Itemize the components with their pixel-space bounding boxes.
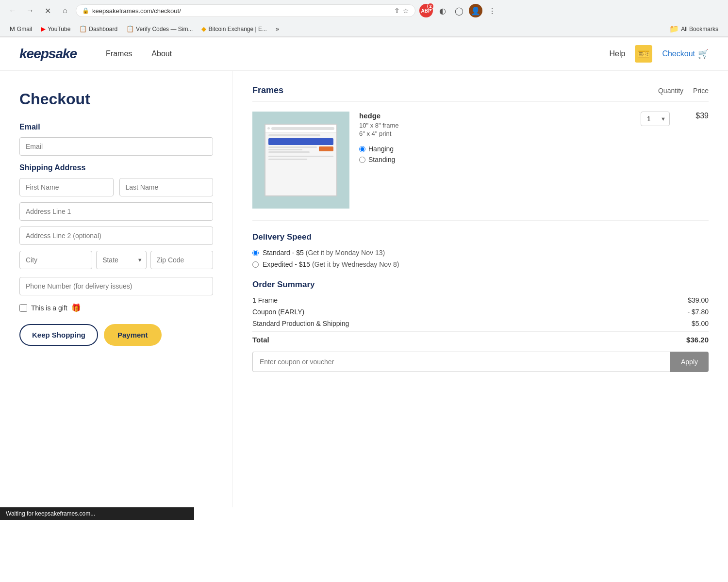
- hanging-radio[interactable]: [359, 146, 365, 152]
- coupon-input[interactable]: [252, 352, 670, 372]
- checkout-title: Checkout: [19, 90, 213, 108]
- price-heading: Price: [693, 87, 709, 95]
- coupon-row: Apply: [252, 352, 709, 372]
- url-input[interactable]: [92, 7, 391, 15]
- summary-row-total: Total $36.20: [252, 331, 709, 344]
- nav-checkout[interactable]: Checkout 🛒: [662, 48, 709, 59]
- delivery-standard[interactable]: Standard - $5 (Get it by Monday Nov 13): [252, 249, 709, 257]
- bookmark-verify-label: Verify Codes — Sim...: [136, 26, 193, 32]
- quantity-select[interactable]: 1 2 3: [641, 112, 670, 126]
- gift-row: This is a gift 🎁: [19, 303, 213, 312]
- bookmarks-folder-icon: 📁: [669, 24, 679, 33]
- frame-price: $39: [684, 112, 709, 120]
- standing-radio[interactable]: [359, 157, 365, 163]
- summary-title: Order Summary: [252, 280, 709, 290]
- first-name-input[interactable]: [19, 178, 114, 196]
- summary-shipping-value: $5.00: [692, 320, 709, 327]
- status-text: Waiting for keepsakeframes.com...: [6, 510, 95, 517]
- site-logo: keepsake: [19, 46, 77, 62]
- payment-button[interactable]: Payment: [104, 324, 162, 346]
- order-summary-section: Order Summary 1 Frame $39.00 Coupon (EAR…: [252, 280, 709, 372]
- header-right: Help 🎫 Checkout 🛒: [610, 45, 709, 63]
- menu-button[interactable]: ⋮: [485, 4, 499, 17]
- delivery-expedited[interactable]: Expedited - $15 (Get it by Wednesday Nov…: [252, 260, 709, 268]
- frame-size-print: 6" x 4" print: [359, 130, 631, 137]
- extensions-button[interactable]: ◐: [436, 4, 449, 17]
- summary-shipping-label: Standard Production & Shipping: [252, 320, 349, 327]
- more-bookmarks-button[interactable]: »: [272, 24, 283, 33]
- state-select[interactable]: State ALAKAZCA COFLGAIL NYTX: [96, 251, 146, 269]
- frame-image: [252, 112, 349, 209]
- summary-coupon-value: - $7.80: [687, 308, 709, 316]
- site-nav: Frames About: [106, 49, 590, 58]
- forward-button[interactable]: →: [23, 4, 37, 17]
- expedited-radio[interactable]: [252, 261, 259, 268]
- reload-button[interactable]: ✕: [41, 4, 54, 17]
- summary-row-shipping: Standard Production & Shipping $5.00: [252, 320, 709, 327]
- zip-input[interactable]: [150, 251, 213, 269]
- checkout-label: Checkout: [662, 49, 695, 58]
- email-input[interactable]: [19, 137, 213, 156]
- frame-inner-image: [265, 124, 337, 196]
- phone-input[interactable]: [19, 277, 213, 295]
- dashboard-icon: 📋: [79, 25, 87, 32]
- bookmark-dashboard[interactable]: 📋 Dashboard: [75, 24, 121, 33]
- frame-item: hedge 10" x 8" frame 6" x 4" print Hangi…: [252, 112, 709, 221]
- order-panel: Frames Quantity Price: [233, 71, 728, 507]
- frame-screenshot: [265, 125, 336, 195]
- site-header: keepsake Frames About Help 🎫 Checkout 🛒: [0, 37, 728, 71]
- gift-icon: 🎁: [71, 303, 81, 312]
- frame-name: hedge: [359, 112, 631, 120]
- summary-frames-value: $39.00: [688, 296, 709, 304]
- nav-help[interactable]: Help: [610, 49, 626, 58]
- standard-radio[interactable]: [252, 250, 259, 256]
- youtube-icon: ▶: [41, 25, 46, 32]
- nav-frames[interactable]: Frames: [106, 49, 132, 58]
- browser-actions: ABP 2 ◐ ◯ 👤 ⋮: [419, 4, 499, 17]
- page-wrapper: keepsake Frames About Help 🎫 Checkout 🛒 …: [0, 37, 728, 520]
- summary-total-label: Total: [252, 336, 269, 344]
- window-button[interactable]: ◯: [452, 4, 466, 17]
- all-bookmarks[interactable]: 📁 All Bookmarks: [665, 23, 722, 34]
- summary-row-coupon: Coupon (EARLY) - $7.80: [252, 308, 709, 316]
- abp-badge: ABP 2: [419, 4, 433, 17]
- bookmark-verify-codes[interactable]: 📋 Verify Codes — Sim...: [122, 24, 197, 33]
- main-content: Checkout Email Shipping Address: [0, 71, 728, 507]
- all-bookmarks-label: All Bookmarks: [681, 26, 718, 32]
- frame-details: hedge 10" x 8" frame 6" x 4" print Hangi…: [359, 112, 631, 166]
- keep-shopping-button[interactable]: Keep Shopping: [19, 324, 98, 346]
- address2-input[interactable]: [19, 226, 213, 245]
- bookmark-gmail[interactable]: M Gmail: [6, 24, 36, 33]
- verify-icon: 📋: [126, 25, 134, 32]
- last-name-input[interactable]: [119, 178, 214, 196]
- bookmark-youtube[interactable]: ▶ YouTube: [37, 24, 74, 33]
- browser-toolbar: ← → ✕ ⌂ 🔒 ⇧ ☆ ABP 2 ◐ ◯ 👤 ⋮: [0, 0, 728, 21]
- lock-icon: 🔒: [82, 7, 89, 14]
- home-button[interactable]: ⌂: [58, 4, 72, 17]
- expedited-label: Expedited - $15 (Get it by Wednesday Nov…: [263, 260, 399, 268]
- delivery-section: Delivery Speed Standard - $5 (Get it by …: [252, 232, 709, 268]
- standing-label: Standing: [368, 156, 395, 163]
- bookmark-bitcoin[interactable]: ◆ Bitcoin Exchange | E...: [198, 24, 271, 33]
- address-bar[interactable]: 🔒 ⇧ ☆: [76, 4, 415, 17]
- frames-heading: Frames: [252, 85, 283, 96]
- abp-count: 2: [427, 3, 434, 10]
- apply-coupon-button[interactable]: Apply: [670, 352, 709, 372]
- orientation-standing[interactable]: Standing: [359, 156, 631, 163]
- profile-icon[interactable]: 👤: [469, 4, 482, 17]
- orientation-hanging[interactable]: Hanging: [359, 145, 631, 153]
- nav-about[interactable]: About: [151, 49, 172, 58]
- frame-orientation: Hanging Standing: [359, 145, 631, 163]
- back-button[interactable]: ←: [6, 4, 19, 17]
- gmail-icon: M: [10, 25, 15, 32]
- address1-input[interactable]: [19, 202, 213, 221]
- city-input[interactable]: [19, 251, 92, 269]
- state-select-wrapper: State ALAKAZCA COFLGAIL NYTX ▼: [96, 251, 146, 269]
- bookmark-dashboard-label: Dashboard: [89, 26, 117, 32]
- coupon-icon: 🎫: [635, 45, 652, 63]
- shipping-group: Shipping Address State ALAKAZCA COFLGAIL…: [19, 163, 213, 295]
- gift-checkbox[interactable]: [19, 304, 27, 312]
- order-col-headers: Quantity Price: [658, 87, 709, 95]
- share-icon: ⇧: [394, 7, 400, 15]
- quantity-heading: Quantity: [658, 87, 683, 95]
